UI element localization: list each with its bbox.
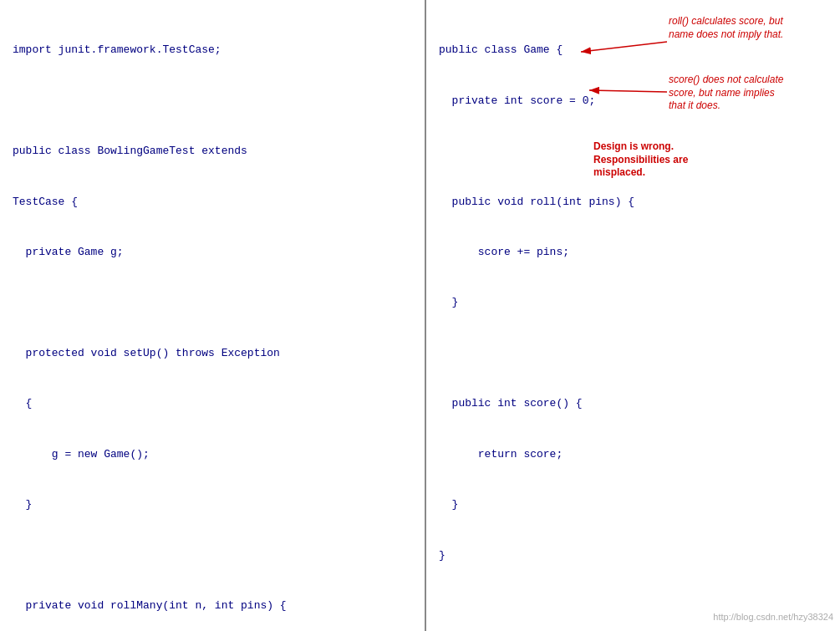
code-line: }	[13, 496, 412, 513]
code-line: import junit.framework.TestCase;	[13, 42, 412, 59]
code-line	[13, 547, 412, 564]
code-line: public int score() {	[439, 395, 827, 412]
code-line: }	[439, 294, 827, 311]
svg-line-2	[589, 90, 667, 92]
left-code-panel: import junit.framework.TestCase; public …	[0, 0, 426, 631]
right-code-panel: public class Game { private int score = …	[426, 0, 840, 631]
code-line	[13, 93, 412, 109]
code-line: public class Game {	[439, 42, 827, 59]
annotation-roll: roll() calculates score, butname does no…	[669, 15, 832, 41]
code-line: public class BowlingGameTest extends	[13, 143, 412, 160]
code-line: public void roll(int pins) {	[439, 194, 827, 211]
code-line: }	[439, 496, 827, 513]
code-line: private int score = 0;	[439, 93, 827, 109]
code-line	[13, 294, 412, 311]
code-line: protected void setUp() throws Exception	[13, 345, 412, 362]
code-line	[439, 345, 827, 362]
code-line	[439, 143, 827, 160]
code-line: private void rollMany(int n, int pins) {	[13, 598, 412, 614]
code-line: {	[13, 395, 412, 412]
code-line: private Game g;	[13, 244, 412, 261]
code-line: TestCase {	[13, 194, 412, 211]
code-line: score += pins;	[439, 244, 827, 261]
code-line: }	[439, 547, 827, 564]
watermark: http://blog.csdn.net/hzy38324	[713, 610, 833, 624]
main-container: import junit.framework.TestCase; public …	[0, 0, 840, 631]
code-line: g = new Game();	[13, 446, 412, 463]
code-line: return score;	[439, 446, 827, 463]
